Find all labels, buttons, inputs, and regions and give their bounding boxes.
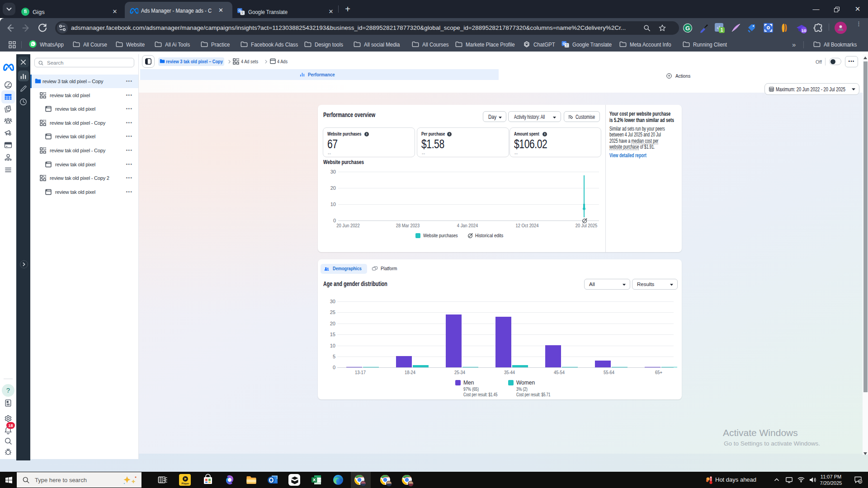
svg-text:Player: Player xyxy=(182,482,190,485)
svg-text:1: 1 xyxy=(721,28,723,33)
svg-text:2: 2 xyxy=(859,480,861,484)
svg-text:文: 文 xyxy=(241,11,244,15)
svg-text:G: G xyxy=(685,25,690,32)
svg-text:10: 10 xyxy=(802,28,807,33)
svg-text:文: 文 xyxy=(565,43,569,47)
